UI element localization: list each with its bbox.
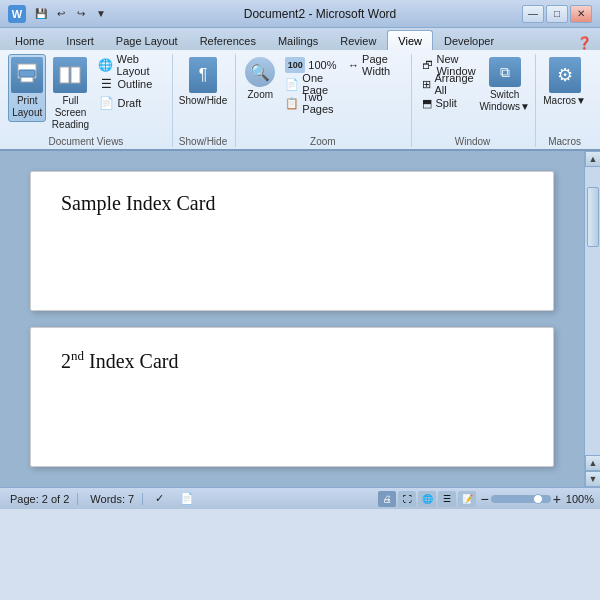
page-status: Page: 2 of 2 bbox=[6, 493, 78, 505]
zoom-100-label: 100% bbox=[308, 59, 336, 71]
view-buttons-status: 🖨 ⛶ 🌐 ☰ 📝 bbox=[378, 491, 476, 507]
show-hide-content: ¶ Show/Hide bbox=[180, 54, 226, 134]
new-window-icon: 🗗 bbox=[422, 59, 433, 71]
window-content: 🗗 New Window ⊞ Arrange All ⬒ Split ⧉ Swi… bbox=[418, 54, 526, 134]
full-screen-label: Full ScreenReading bbox=[52, 95, 89, 131]
page-width-icon: ↔ bbox=[348, 59, 359, 71]
close-button[interactable]: ✕ bbox=[570, 5, 592, 23]
print-layout-button[interactable]: PrintLayout bbox=[8, 54, 46, 122]
split-button[interactable]: ⬒ Split bbox=[418, 94, 479, 112]
macros-icon: ⚙ bbox=[549, 57, 581, 93]
document-icon: 📄 bbox=[176, 492, 198, 505]
vertical-scrollbar[interactable]: ▲ ▲ ▼ bbox=[584, 151, 600, 487]
scroll-thumb[interactable] bbox=[587, 187, 599, 247]
zoom-small-buttons: 100 100% 📄 One Page 📋 Two Pages bbox=[281, 56, 341, 112]
window-small-buttons: 🗗 New Window ⊞ Arrange All ⬒ Split bbox=[418, 56, 479, 112]
tab-view[interactable]: View bbox=[387, 30, 433, 50]
switch-windows-button[interactable]: ⧉ SwitchWindows▼ bbox=[483, 54, 527, 116]
zoom-slider[interactable] bbox=[491, 495, 551, 503]
ribbon-group-zoom: 🔍 Zoom 100 100% 📄 One Page 📋 Two Pages bbox=[242, 54, 412, 147]
two-pages-label: Two Pages bbox=[302, 91, 337, 115]
scroll-up-small-arrow[interactable]: ▲ bbox=[585, 455, 600, 471]
tab-home[interactable]: Home bbox=[4, 30, 55, 50]
outline-label: Outline bbox=[117, 78, 152, 90]
macros-button[interactable]: ⚙ Macros▼ bbox=[542, 54, 588, 110]
macros-group-label: Macros bbox=[548, 136, 581, 147]
print-layout-status-btn[interactable]: 🖨 bbox=[378, 491, 396, 507]
split-label: Split bbox=[435, 97, 456, 109]
document-views-content: PrintLayout Full ScreenReading 🌐 Web Lay… bbox=[8, 54, 164, 134]
svg-rect-3 bbox=[60, 67, 69, 83]
status-bar: Page: 2 of 2 Words: 7 ✓ 📄 🖨 ⛶ 🌐 ☰ 📝 − + … bbox=[0, 487, 600, 509]
redo-qat-button[interactable]: ↪ bbox=[72, 6, 90, 22]
zoom-percent-label: 100% bbox=[566, 493, 594, 505]
switch-windows-label: SwitchWindows▼ bbox=[479, 89, 529, 113]
ribbon-group-document-views: PrintLayout Full ScreenReading 🌐 Web Lay… bbox=[8, 54, 173, 147]
check-icon: ✓ bbox=[151, 492, 168, 505]
scroll-track[interactable] bbox=[585, 167, 600, 455]
two-pages-icon: 📋 bbox=[285, 97, 299, 110]
document-scroll-area[interactable]: Sample Index Card 2nd Index Card bbox=[0, 151, 584, 487]
outline-button[interactable]: ☰ Outline bbox=[94, 75, 163, 93]
zoom-icon: 🔍 bbox=[245, 57, 275, 87]
tab-references[interactable]: References bbox=[189, 30, 267, 50]
zoom-extra-buttons: ↔ Page Width bbox=[344, 56, 403, 74]
macros-content: ⚙ Macros▼ bbox=[542, 54, 588, 134]
help-icon[interactable]: ❓ bbox=[577, 36, 592, 50]
view-small-buttons: 🌐 Web Layout ☰ Outline 📄 Draft bbox=[94, 56, 163, 112]
app-icon: W bbox=[8, 5, 26, 23]
arrange-all-button[interactable]: ⊞ Arrange All bbox=[418, 75, 479, 93]
show-hide-group-label: Show/Hide bbox=[179, 136, 227, 147]
tab-mailings[interactable]: Mailings bbox=[267, 30, 329, 50]
split-icon: ⬒ bbox=[422, 97, 432, 110]
full-screen-reading-button[interactable]: Full ScreenReading bbox=[49, 54, 91, 134]
tab-page-layout[interactable]: Page Layout bbox=[105, 30, 189, 50]
qat-dropdown-button[interactable]: ▼ bbox=[92, 6, 110, 22]
scroll-arrows-bottom: ▲ ▼ bbox=[585, 455, 600, 487]
quick-access-toolbar: 💾 ↩ ↪ ▼ bbox=[32, 6, 110, 22]
show-hide-button[interactable]: ¶ Show/Hide bbox=[180, 54, 226, 110]
two-pages-button[interactable]: 📋 Two Pages bbox=[281, 94, 341, 112]
maximize-button[interactable]: □ bbox=[546, 5, 568, 23]
zoom-content: 🔍 Zoom 100 100% 📄 One Page 📋 Two Pages bbox=[242, 54, 403, 134]
fullscreen-status-btn[interactable]: ⛶ bbox=[398, 491, 416, 507]
scroll-down-arrow[interactable]: ▼ bbox=[585, 471, 600, 487]
ribbon-group-macros: ⚙ Macros▼ Macros bbox=[542, 54, 596, 147]
zoom-control: − + 100% bbox=[480, 491, 594, 507]
window-title: Document2 - Microsoft Word bbox=[118, 7, 522, 21]
outline-status-btn[interactable]: ☰ bbox=[438, 491, 456, 507]
index-card-1: Sample Index Card bbox=[30, 171, 554, 311]
web-layout-status-btn[interactable]: 🌐 bbox=[418, 491, 436, 507]
web-layout-button[interactable]: 🌐 Web Layout bbox=[94, 56, 163, 74]
content-area: Sample Index Card 2nd Index Card ▲ ▲ ▼ bbox=[0, 151, 600, 487]
status-right-area: 🖨 ⛶ 🌐 ☰ 📝 − + 100% bbox=[378, 491, 594, 507]
page-width-button[interactable]: ↔ Page Width bbox=[344, 56, 403, 74]
one-page-icon: 📄 bbox=[285, 78, 299, 91]
tab-review[interactable]: Review bbox=[329, 30, 387, 50]
undo-qat-button[interactable]: ↩ bbox=[52, 6, 70, 22]
index-card-2-title: 2nd Index Card bbox=[61, 348, 523, 373]
draft-label: Draft bbox=[117, 97, 141, 109]
tab-developer[interactable]: Developer bbox=[433, 30, 505, 50]
tab-insert[interactable]: Insert bbox=[55, 30, 105, 50]
zoom-button[interactable]: 🔍 Zoom bbox=[242, 54, 278, 104]
svg-rect-4 bbox=[71, 67, 80, 83]
zoom-100-icon: 100 bbox=[285, 57, 305, 73]
show-hide-icon: ¶ bbox=[189, 57, 217, 93]
minimize-button[interactable]: — bbox=[522, 5, 544, 23]
arrange-all-icon: ⊞ bbox=[422, 78, 431, 91]
document-views-label: Document Views bbox=[49, 136, 124, 147]
zoom-slider-thumb[interactable] bbox=[533, 494, 543, 504]
superscript-nd: nd bbox=[71, 348, 84, 363]
save-qat-button[interactable]: 💾 bbox=[32, 6, 50, 22]
ribbon-tabs: Home Insert Page Layout References Maili… bbox=[0, 28, 600, 50]
zoom-minus-btn[interactable]: − bbox=[480, 491, 488, 507]
zoom-plus-btn[interactable]: + bbox=[553, 491, 561, 507]
outline-icon: ☰ bbox=[98, 76, 114, 92]
draft-button[interactable]: 📄 Draft bbox=[94, 94, 163, 112]
macros-label: Macros▼ bbox=[543, 95, 586, 107]
ribbon-group-window: 🗗 New Window ⊞ Arrange All ⬒ Split ⧉ Swi… bbox=[418, 54, 535, 147]
draft-status-btn[interactable]: 📝 bbox=[458, 491, 476, 507]
scroll-up-arrow[interactable]: ▲ bbox=[585, 151, 600, 167]
ribbon-group-show-hide: ¶ Show/Hide Show/Hide bbox=[179, 54, 236, 147]
